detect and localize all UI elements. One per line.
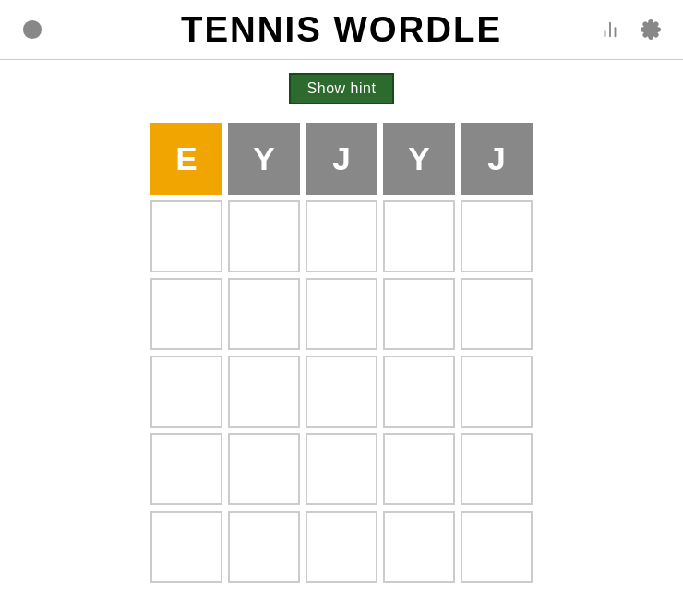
cell-2-3[interactable] [383,278,455,350]
help-button[interactable] [18,16,46,43]
cell-0-2[interactable]: J [306,123,377,195]
header-right [596,16,665,43]
cell-3-4[interactable] [461,356,533,428]
cell-0-3[interactable]: Y [383,123,455,195]
help-icon [22,19,42,40]
cell-4-4[interactable] [461,433,533,505]
stats-icon [600,19,620,40]
cell-5-0[interactable] [150,511,222,583]
cell-3-2[interactable] [306,356,377,428]
grid-row [150,278,533,350]
cell-4-3[interactable] [383,433,455,505]
cell-1-4[interactable] [461,200,533,272]
header: TENNIS WORDLE [0,0,683,60]
header-left [18,16,46,43]
cell-5-3[interactable] [383,511,455,583]
cell-5-4[interactable] [461,511,533,583]
cell-0-0[interactable]: E [150,123,222,195]
stats-button[interactable] [596,16,624,43]
cell-1-0[interactable] [150,200,222,272]
grid-row [150,200,533,272]
cell-2-1[interactable] [228,278,300,350]
grid-row [150,356,533,428]
page-title: TENNIS WORDLE [181,9,502,50]
cell-3-0[interactable] [150,356,222,428]
cell-0-4[interactable]: J [461,123,533,195]
settings-button[interactable] [637,16,665,43]
cell-4-2[interactable] [306,433,377,505]
cell-3-3[interactable] [383,356,455,428]
cell-1-2[interactable] [306,200,377,272]
cell-1-3[interactable] [383,200,455,272]
show-hint-button[interactable]: Show hint [289,73,395,104]
cell-2-2[interactable] [306,278,377,350]
grid-row: EYJYJ [150,123,533,195]
game-grid: EYJYJ [0,114,683,592]
cell-0-1[interactable]: Y [228,123,300,195]
hint-area: Show hint [0,60,683,114]
grid-row [150,433,533,505]
grid-row [150,511,533,583]
cell-3-1[interactable] [228,356,300,428]
gear-icon [641,19,661,40]
cell-4-0[interactable] [150,433,222,505]
cell-4-1[interactable] [228,433,300,505]
cell-5-2[interactable] [306,511,377,583]
cell-5-1[interactable] [228,511,300,583]
cell-1-1[interactable] [228,200,300,272]
cell-2-0[interactable] [150,278,222,350]
cell-2-4[interactable] [461,278,533,350]
